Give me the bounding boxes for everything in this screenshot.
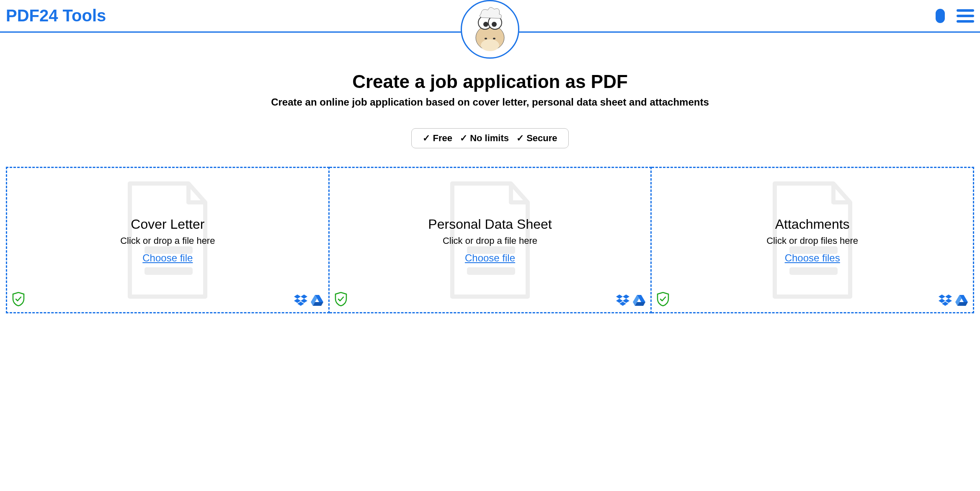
account-icon[interactable]	[936, 9, 945, 23]
dropbox-icon[interactable]	[294, 295, 307, 308]
svg-point-7	[493, 38, 495, 39]
svg-point-4	[483, 22, 488, 27]
google-drive-icon[interactable]	[955, 295, 968, 308]
feature-badges: ✓ Free ✓ No limits ✓ Secure	[411, 128, 568, 148]
badge-secure: ✓ Secure	[516, 133, 557, 144]
dropzone-personal-data[interactable]: Personal Data Sheet Click or drop a file…	[330, 167, 652, 313]
svg-rect-11	[467, 267, 515, 275]
google-drive-icon[interactable]	[311, 295, 323, 308]
choose-file-link[interactable]: Choose file	[465, 252, 515, 264]
badge-free: ✓ Free	[423, 133, 452, 144]
svg-point-5	[492, 22, 497, 27]
page-title: Create a job application as PDF	[0, 71, 980, 92]
svg-rect-9	[144, 267, 193, 275]
choose-files-link[interactable]: Choose files	[785, 252, 840, 264]
mascot-logo[interactable]	[461, 0, 519, 59]
svg-point-6	[485, 38, 487, 39]
badge-nolimits: ✓ No limits	[460, 133, 509, 144]
menu-icon[interactable]	[957, 9, 974, 23]
dropzones-row: Cover Letter Click or drop a file here C…	[0, 167, 980, 319]
main-content: Create a job application as PDF Create a…	[0, 33, 980, 319]
svg-rect-13	[789, 267, 838, 275]
dropzone-hint: Click or drop a file here	[120, 235, 215, 246]
dropzone-attachments[interactable]: Attachments Click or drop files here Cho…	[652, 167, 974, 313]
dropzone-cover-letter[interactable]: Cover Letter Click or drop a file here C…	[6, 167, 330, 313]
shield-icon[interactable]	[335, 292, 347, 308]
google-drive-icon[interactable]	[633, 295, 645, 308]
dropzone-hint: Click or drop files here	[766, 235, 858, 246]
dropbox-icon[interactable]	[616, 295, 629, 308]
shield-icon[interactable]	[657, 292, 669, 308]
page-subtitle: Create an online job application based o…	[0, 96, 980, 108]
dropzone-hint: Click or drop a file here	[428, 235, 552, 246]
choose-file-link[interactable]: Choose file	[142, 252, 193, 264]
brand-logo[interactable]: PDF24 Tools	[6, 6, 106, 25]
shield-icon[interactable]	[12, 292, 25, 308]
header: PDF24 Tools	[0, 0, 980, 33]
svg-point-1	[481, 39, 499, 51]
header-actions	[936, 9, 974, 23]
dropzone-title: Attachments	[766, 217, 858, 232]
dropbox-icon[interactable]	[939, 295, 952, 308]
dropzone-title: Personal Data Sheet	[428, 217, 552, 232]
dropzone-title: Cover Letter	[120, 217, 215, 232]
